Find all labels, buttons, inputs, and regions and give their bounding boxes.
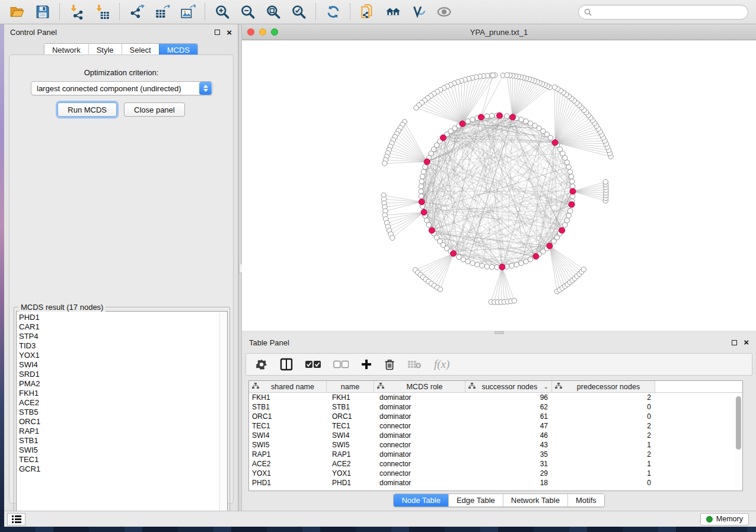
share-document-icon[interactable] [359,4,375,20]
network-node[interactable] [484,264,489,269]
import-table-icon[interactable] [94,4,110,20]
task-history-button[interactable] [7,513,25,525]
open-file-icon[interactable] [9,4,25,20]
network-node[interactable] [519,261,524,265]
network-node[interactable] [603,180,608,184]
network-node[interactable] [524,119,528,124]
mcds-dominator-node[interactable] [429,227,435,233]
mcds-result-item[interactable]: STP4 [19,332,227,341]
network-node[interactable] [489,113,494,118]
network-node[interactable] [514,262,519,267]
mcds-dominator-node[interactable] [497,113,503,118]
network-window-titlebar[interactable]: YPA_prune.txt_1 [242,24,756,40]
network-node[interactable] [509,263,514,268]
network-node[interactable] [382,161,387,166]
close-panel-icon[interactable]: × [227,30,232,36]
search-field[interactable] [578,5,748,20]
mcds-result-item[interactable]: TID3 [19,341,227,351]
network-node[interactable] [465,259,470,264]
splitter-grip[interactable] [495,331,504,334]
mcds-dominator-node[interactable] [460,121,465,127]
mcds-dominator-node[interactable] [419,199,425,205]
column-header-successor-nodes[interactable]: successor nodes⌄ [465,381,552,392]
horizontal-splitter[interactable] [242,331,756,335]
table-row[interactable]: TEC1TEC1connector472 [249,421,742,431]
table-row[interactable]: PHD1PHD1dominator180 [249,478,742,488]
close-panel-icon[interactable]: × [744,339,749,345]
memory-button[interactable]: Memory [700,513,749,525]
network-node[interactable] [475,262,480,267]
mcds-dominator-node[interactable] [451,251,457,257]
network-node[interactable] [505,114,509,118]
mcds-result-item[interactable]: GCR1 [19,464,227,474]
mcds-dominator-node[interactable] [559,227,565,233]
mcds-dominator-node[interactable] [552,140,558,146]
network-node[interactable] [421,169,426,174]
mcds-result-item[interactable]: ORC1 [19,417,227,427]
mcds-dominator-node[interactable] [569,201,575,207]
mcds-dominator-node[interactable] [478,114,484,120]
mcds-dominator-node[interactable] [510,114,516,120]
mcds-dominator-node[interactable] [424,159,430,165]
mcds-result-item[interactable]: PMA2 [19,379,227,389]
table-row[interactable]: ACE2ACE2connector311 [249,459,742,469]
table-row[interactable]: FKH1FKH1dominator962 [249,393,742,402]
show-columns-icon[interactable] [280,358,293,371]
network-node[interactable] [489,265,494,270]
network-node[interactable] [419,189,423,194]
table-options-gear-icon[interactable] [256,359,267,370]
node-table[interactable]: shared namenameMCDS rolesuccessor nodes⌄… [248,380,743,491]
table-row[interactable]: SWI4SWI4dominator462 [249,431,742,440]
table-row[interactable]: STB1STB1dominator620 [249,402,742,412]
network-node[interactable] [581,267,586,272]
float-panel-icon[interactable] [215,30,220,35]
zoom-out-icon[interactable] [240,4,256,20]
network-node[interactable] [465,119,470,124]
home-pages-icon[interactable] [385,4,401,20]
network-node[interactable] [567,169,572,174]
unselect-all-columns-icon[interactable] [333,360,349,368]
mcds-result-item[interactable]: SRD1 [19,370,227,379]
select-all-columns-icon[interactable] [305,360,321,368]
network-node[interactable] [419,184,423,188]
run-mcds-button[interactable]: Run MCDS [58,102,117,117]
export-network-icon[interactable] [129,4,145,20]
network-node[interactable] [564,218,569,223]
mcds-result-item[interactable]: CAR1 [19,322,227,332]
mcds-list-scrollbar[interactable] [219,312,227,518]
network-node[interactable] [512,299,516,303]
mcds-dominator-node[interactable] [441,135,446,141]
mcds-dominator-node[interactable] [499,264,505,270]
refresh-layout-icon[interactable] [325,4,341,20]
mcds-result-item[interactable]: STB5 [19,408,227,417]
table-row[interactable]: YOX1YOX1connector291 [249,469,742,478]
mcds-result-item[interactable]: PHD1 [19,313,227,322]
network-node[interactable] [480,263,484,268]
save-session-icon[interactable] [34,4,50,20]
network-canvas[interactable] [242,40,756,331]
hide-eye-icon[interactable] [436,4,452,20]
network-node[interactable] [420,174,425,179]
column-header-predecessor-nodes[interactable]: predecessor nodes [552,381,655,392]
table-row[interactable]: ORC1ORC1dominator610 [249,412,742,421]
create-column-icon[interactable] [361,359,372,370]
zoom-fit-icon[interactable] [265,4,281,20]
column-header-name[interactable]: name [327,381,374,392]
tab-motifs[interactable]: Motifs [567,494,604,507]
network-node[interactable] [438,287,442,291]
network-node[interactable] [505,73,509,78]
mcds-result-item[interactable]: ACE2 [19,398,227,408]
network-node[interactable] [528,257,532,262]
network-node[interactable] [419,194,423,198]
network-node[interactable] [470,117,475,122]
network-node[interactable] [423,165,428,169]
table-row[interactable]: SWI5SWI5connector431 [249,440,742,450]
mcds-result-item[interactable]: STB1 [19,436,227,446]
network-node[interactable] [390,235,395,240]
mcds-dominator-node[interactable] [533,254,539,259]
network-node[interactable] [566,165,571,169]
mcds-result-item[interactable]: RAP1 [19,427,227,436]
tab-edge-table[interactable]: Edge Table [448,494,503,507]
network-node[interactable] [495,265,499,270]
table-row[interactable]: RAP1RAP1dominator352 [249,450,742,459]
